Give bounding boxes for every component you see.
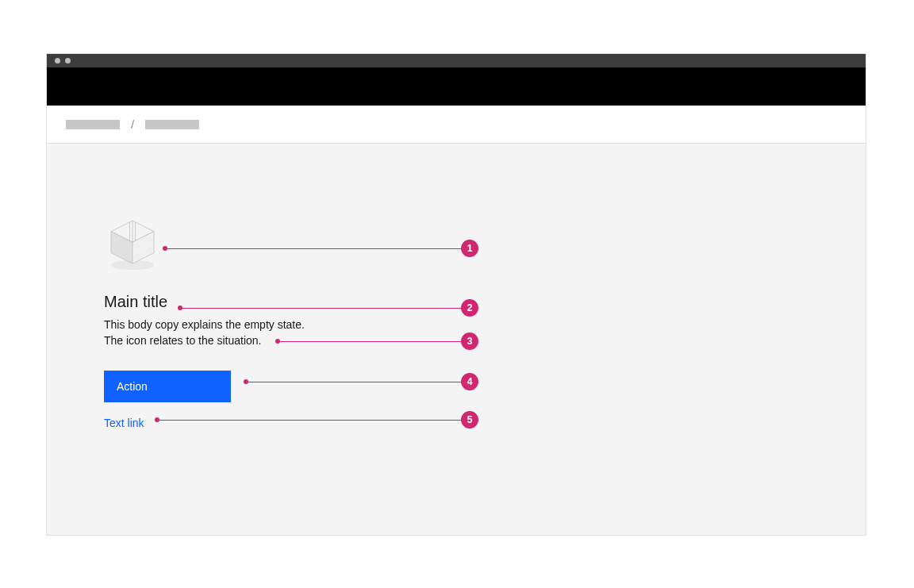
body-copy-line: The icon relates to the situation. [104, 332, 501, 348]
window-control-dot [65, 58, 71, 63]
body-copy-line: This body copy explains the empty state. [104, 317, 501, 332]
window-control-dot [55, 58, 60, 63]
breadcrumb-item-placeholder[interactable] [145, 120, 199, 129]
main-title: Main title [104, 291, 501, 312]
text-link[interactable]: Text link [104, 417, 144, 429]
window-titlebar [47, 54, 866, 67]
body-copy: This body copy explains the empty state.… [104, 317, 501, 348]
breadcrumb: / [47, 106, 866, 144]
breadcrumb-separator: / [131, 117, 134, 131]
empty-state: Main title This body copy explains the e… [104, 215, 501, 430]
empty-box-icon [104, 215, 161, 272]
app-header [47, 67, 866, 106]
browser-window: / Main title This body copy explains the… [47, 54, 866, 535]
content-area: Main title This body copy explains the e… [47, 144, 866, 535]
breadcrumb-item-placeholder[interactable] [66, 120, 120, 129]
action-button[interactable]: Action [104, 371, 231, 402]
